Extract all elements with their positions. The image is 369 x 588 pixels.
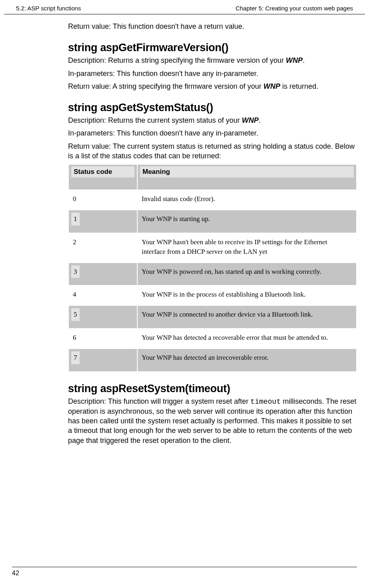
meaning-cell: Invalid status code (Error).: [138, 190, 356, 209]
fn2-desc-post: .: [259, 116, 261, 124]
heading-aspgetsystemstatus: string aspGetSystemStatus(): [68, 102, 357, 114]
page-content: Return value: This function doesn't have…: [0, 14, 369, 445]
fn2-description: Description: Returns the current system …: [68, 116, 357, 125]
table-row: 4 Your WNP is in the process of establis…: [69, 286, 356, 305]
page-number: 42: [12, 570, 19, 576]
meaning-cell: Your WNP has detected an irrecoverable e…: [138, 349, 356, 371]
status-code-cell: 1: [69, 210, 137, 233]
fn1-desc-pre: Description: Returns a string specifying…: [68, 56, 286, 64]
fn1-ret-wnp: WNP: [263, 82, 280, 90]
table-row: 3 Your WNP is powered on, has started up…: [69, 263, 356, 285]
status-code-cell: 5: [69, 306, 137, 328]
intro-return-value: Return value: This function doesn't have…: [68, 22, 357, 31]
status-code-cell: 0: [69, 190, 137, 209]
table-header-meaning-label: Meaning: [140, 166, 354, 177]
status-code-value: 1: [71, 213, 80, 225]
page-header: 5.2: ASP script functions Chapter 5: Cre…: [4, 0, 365, 14]
header-left: 5.2: ASP script functions: [16, 5, 81, 12]
header-right: Chapter 5: Creating your custom web page…: [236, 5, 353, 12]
fn2-desc-pre: Description: Returns the current system …: [68, 116, 242, 124]
fn2-inparameters: In-parameters: This function doesn't hav…: [68, 128, 357, 138]
fn3-desc-code: timeout: [251, 398, 281, 406]
table-header-status-code-label: Status code: [71, 166, 134, 177]
fn1-inparameters: In-parameters: This function doesn't hav…: [68, 69, 357, 78]
table-row: 1 Your WNP is starting up.: [69, 210, 356, 233]
meaning-cell: Your WNP is connected to another device …: [138, 306, 356, 328]
fn3-desc-pre: Description: This function will trigger …: [68, 397, 251, 405]
fn1-desc-post: .: [303, 56, 305, 64]
status-code-value: 7: [71, 351, 80, 364]
meaning-cell: Your WNP is powered on, has started up a…: [138, 263, 356, 285]
fn1-return-value: Return value: A string specifying the fi…: [68, 82, 357, 91]
table-row: 6 Your WNP has detected a recoverable er…: [69, 329, 356, 348]
table-row: 7 Your WNP has detected an irrecoverable…: [69, 349, 356, 371]
status-code-cell: 7: [69, 349, 137, 371]
meaning-cell: Your WNP hasn't been able to receive its…: [138, 233, 356, 262]
meaning-cell: Your WNP is in the process of establishi…: [138, 286, 356, 305]
status-code-table: Status code Meaning 0 Invalid status cod…: [68, 164, 357, 372]
fn1-ret-pre: Return value: A string specifying the fi…: [68, 82, 263, 90]
heading-aspgetfirmwareversion: string aspGetFirmwareVersion(): [68, 42, 357, 54]
status-code-cell: 3: [69, 263, 137, 285]
fn1-description: Description: Returns a string specifying…: [68, 56, 357, 65]
table-row: 0 Invalid status code (Error).: [69, 190, 356, 209]
status-code-value: 3: [71, 265, 80, 278]
status-code-cell: 6: [69, 329, 137, 348]
page-footer: 42: [12, 567, 357, 577]
meaning-cell: Your WNP is starting up.: [138, 210, 356, 233]
meaning-cell: Your WNP has detected a recoverable erro…: [138, 329, 356, 348]
status-code-cell: 4: [69, 286, 137, 305]
table-row: 5 Your WNP is connected to another devic…: [69, 306, 356, 328]
heading-aspresetsystem: string aspResetSystem(timeout): [68, 383, 357, 395]
fn2-desc-wnp: WNP: [242, 116, 259, 124]
table-row: 2 Your WNP hasn't been able to receive i…: [69, 233, 356, 262]
table-header-status-code: Status code: [69, 165, 137, 189]
fn2-return-value: Return value: The current system status …: [68, 142, 357, 161]
table-header-meaning: Meaning: [138, 165, 356, 189]
status-code-value: 5: [71, 308, 80, 321]
fn3-description: Description: This function will trigger …: [68, 397, 357, 445]
fn1-desc-wnp: WNP: [286, 56, 303, 64]
status-code-cell: 2: [69, 233, 137, 262]
fn1-ret-post: is returned.: [280, 82, 318, 90]
